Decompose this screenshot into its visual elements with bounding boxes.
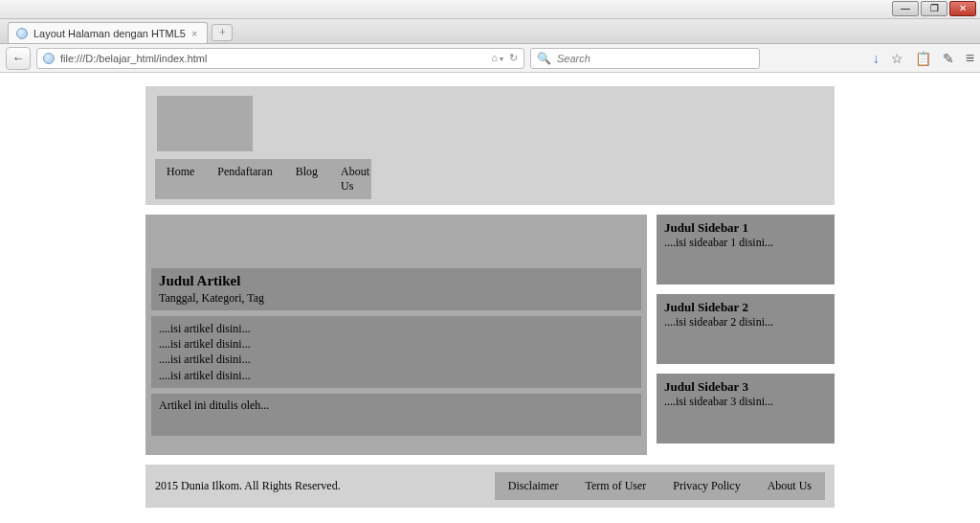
article-header-panel: Judul Artikel Tanggal, Kategori, Tag [151, 268, 641, 310]
article-meta: Tanggal, Kategori, Tag [159, 291, 634, 306]
sidebar-widget-body: ....isi sideabar 2 disini... [664, 315, 827, 330]
globe-icon [16, 28, 28, 39]
home-icon[interactable]: ⌂ [491, 52, 503, 64]
clipboard-icon[interactable]: 📋 [915, 51, 931, 66]
article-body-line: ....isi artikel disini... [159, 368, 634, 383]
back-button[interactable]: ← [6, 47, 31, 70]
article-title: Judul Artikel [159, 273, 634, 289]
sidebar-widget-title: Judul Sidebar 2 [664, 300, 827, 315]
sidebar-widget-body: ....isi sideabar 3 disini... [664, 395, 827, 409]
reload-icon[interactable]: ↻ [509, 52, 518, 64]
sidebar-widget-1: Judul Sidebar 1 ....isi sideabar 1 disin… [657, 215, 835, 284]
footer-link-terms[interactable]: Term of User [572, 472, 660, 500]
tab-title: Layout Halaman dengan HTML5 [33, 28, 186, 39]
tab-bar: Layout Halaman dengan HTML5 × + [0, 19, 980, 44]
search-input[interactable] [557, 53, 753, 64]
article-author-text: Artikel ini ditulis oleh... [159, 398, 269, 412]
footer-nav: Disclaimer Term of User Privacy Policy A… [495, 472, 825, 500]
footer-link-about[interactable]: About Us [754, 472, 825, 500]
download-icon[interactable]: ↓ [873, 51, 880, 66]
article-body-line: ....isi artikel disini... [159, 321, 634, 336]
bookmark-icon[interactable]: ☆ [891, 51, 903, 66]
browser-toolbar: ← file:///D:/belajar_html/index.html ⌂ ↻… [0, 44, 980, 73]
footer-link-disclaimer[interactable]: Disclaimer [495, 472, 572, 500]
footer-copyright: 2015 Dunia Ilkom. All Rights Reserved. [155, 479, 341, 493]
sidebar-widget-title: Judul Sidebar 3 [664, 379, 827, 395]
search-bar[interactable]: 🔍 [530, 48, 760, 69]
sidebar-column: Judul Sidebar 1 ....isi sideabar 1 disin… [657, 215, 835, 455]
window-maximize-button[interactable]: ❐ [921, 1, 947, 16]
article-body-line: ....isi artikel disini... [159, 352, 634, 367]
nav-item-pendaftaran[interactable]: Pendaftaran [206, 159, 283, 199]
content-row: Judul Artikel Tanggal, Kategori, Tag ...… [145, 215, 835, 455]
article-body-panel: ....isi artikel disini... ....isi artike… [151, 316, 641, 388]
nav-item-blog[interactable]: Blog [284, 159, 329, 199]
page-viewport: Home Pendaftaran Blog About Us Judul Art… [0, 73, 980, 508]
globe-icon [43, 53, 55, 64]
window-close-button[interactable]: ✕ [949, 1, 976, 16]
url-bar[interactable]: file:///D:/belajar_html/index.html ⌂ ↻ [36, 48, 524, 69]
article-body-line: ....isi artikel disini... [159, 336, 634, 352]
hamburger-menu-icon[interactable]: ≡ [966, 50, 974, 67]
window-controls: — ❐ ✕ [892, 1, 976, 16]
article-author-panel: Artikel ini ditulis oleh... [151, 394, 641, 436]
main-nav: Home Pendaftaran Blog About Us [155, 159, 371, 199]
url-tools: ⌂ ↻ [491, 52, 518, 64]
browser-tab[interactable]: Layout Halaman dengan HTML5 × [8, 22, 208, 43]
sidebar-widget-2: Judul Sidebar 2 ....isi sideabar 2 disin… [657, 294, 835, 364]
window-titlebar: — ❐ ✕ [0, 0, 980, 19]
page-header: Home Pendaftaran Blog About Us [145, 86, 835, 205]
browser-chrome: — ❐ ✕ Layout Halaman dengan HTML5 × + ← … [0, 0, 980, 73]
sidebar-widget-title: Judul Sidebar 1 [664, 220, 827, 236]
window-minimize-button[interactable]: — [892, 1, 919, 16]
page-wrapper: Home Pendaftaran Blog About Us Judul Art… [145, 86, 835, 508]
nav-item-home[interactable]: Home [155, 159, 206, 199]
nav-item-about[interactable]: About Us [329, 159, 381, 199]
search-icon: 🔍 [537, 52, 551, 65]
tab-close-icon[interactable]: × [191, 28, 197, 39]
footer-link-privacy[interactable]: Privacy Policy [659, 472, 753, 500]
sidebar-widget-body: ....isi sideabar 1 disini... [664, 236, 827, 250]
url-text: file:///D:/belajar_html/index.html [60, 53, 207, 64]
new-tab-button[interactable]: + [212, 24, 233, 41]
main-column: Judul Artikel Tanggal, Kategori, Tag ...… [145, 215, 647, 455]
page-footer: 2015 Dunia Ilkom. All Rights Reserved. D… [145, 465, 835, 508]
logo-placeholder [157, 96, 253, 151]
edit-icon[interactable]: ✎ [943, 51, 954, 66]
sidebar-widget-3: Judul Sidebar 3 ....isi sideabar 3 disin… [657, 374, 835, 443]
toolbar-right-icons: ↓ ☆ 📋 ✎ ≡ [873, 50, 974, 67]
